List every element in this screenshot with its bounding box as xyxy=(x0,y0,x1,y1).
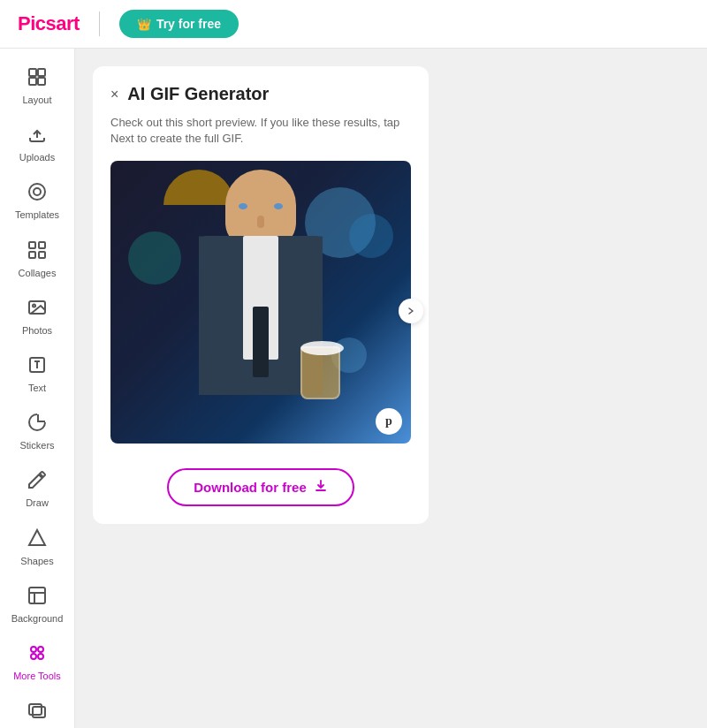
sidebar-item-layout[interactable]: Layout xyxy=(4,57,71,115)
figure-tie xyxy=(253,307,269,377)
layout-icon xyxy=(27,66,48,91)
preview-wrapper: p xyxy=(110,161,411,461)
preview-container: p xyxy=(110,161,411,444)
batch-icon xyxy=(27,700,48,724)
sidebar-item-batch[interactable]: Batch xyxy=(4,691,71,728)
svg-rect-6 xyxy=(29,242,35,248)
download-icon xyxy=(314,479,328,496)
ai-gif-panel: × AI GIF Generator Check out this short … xyxy=(93,66,429,524)
sidebar: Layout Uploads Templates xyxy=(0,49,75,728)
sidebar-item-collages[interactable]: Collages xyxy=(4,231,71,288)
svg-point-18 xyxy=(38,654,43,659)
sidebar-item-more-tools-label: More Tools xyxy=(13,671,61,682)
suit-left xyxy=(199,236,243,324)
crown-icon: 👑 xyxy=(137,18,151,31)
svg-rect-7 xyxy=(39,242,45,248)
eye-right xyxy=(274,203,283,209)
download-label: Download for free xyxy=(194,480,307,495)
sidebar-item-stickers[interactable]: Stickers xyxy=(4,403,71,460)
svg-marker-13 xyxy=(29,530,45,545)
shapes-icon xyxy=(27,527,48,552)
sidebar-item-collages-label: Collages xyxy=(19,268,57,279)
svg-rect-8 xyxy=(29,252,35,258)
header-divider xyxy=(99,11,100,36)
logo: Picsart xyxy=(18,12,80,35)
svg-rect-9 xyxy=(39,252,45,258)
figure-beer-glass xyxy=(300,346,340,399)
download-button[interactable]: Download for free xyxy=(167,468,354,506)
picsart-watermark: p xyxy=(376,408,402,435)
header: Picsart 👑 Try for free xyxy=(0,0,707,49)
svg-point-5 xyxy=(34,188,41,195)
eye-left xyxy=(239,203,247,209)
svg-rect-0 xyxy=(29,69,36,76)
svg-rect-19 xyxy=(29,704,42,715)
sidebar-item-background[interactable]: Background xyxy=(4,576,71,633)
sidebar-item-text[interactable]: Text xyxy=(4,345,71,403)
panel-title: AI GIF Generator xyxy=(127,84,269,104)
content-area: × AI GIF Generator Check out this short … xyxy=(75,49,707,728)
templates-icon xyxy=(27,181,48,206)
sidebar-item-photos[interactable]: Photos xyxy=(4,288,71,345)
sidebar-item-photos-label: Photos xyxy=(22,325,52,337)
svg-point-17 xyxy=(31,654,36,659)
try-button-label: Try for free xyxy=(156,17,221,31)
svg-rect-2 xyxy=(29,78,36,85)
collages-icon xyxy=(27,239,48,264)
picsart-badge-letter: p xyxy=(385,414,392,428)
svg-rect-3 xyxy=(38,78,45,85)
next-chevron-button[interactable] xyxy=(399,299,423,323)
svg-point-4 xyxy=(29,184,45,200)
suit-right xyxy=(278,236,323,324)
more-tools-icon xyxy=(27,642,48,667)
background-icon xyxy=(27,585,48,610)
svg-rect-20 xyxy=(33,707,45,717)
svg-point-15 xyxy=(31,647,36,652)
sidebar-item-uploads[interactable]: Uploads xyxy=(4,115,71,172)
sidebar-item-draw-label: Draw xyxy=(26,497,49,509)
try-for-free-button[interactable]: 👑 Try for free xyxy=(119,10,239,38)
nose xyxy=(257,216,264,228)
svg-rect-14 xyxy=(29,588,45,603)
sidebar-item-draw[interactable]: Draw xyxy=(4,460,71,518)
sidebar-item-uploads-label: Uploads xyxy=(19,152,55,163)
beer-foam xyxy=(300,341,344,355)
close-button[interactable]: × xyxy=(110,87,118,102)
figure xyxy=(163,170,358,444)
logo-text: Picsart xyxy=(18,12,80,35)
sidebar-item-background-label: Background xyxy=(11,613,64,625)
sidebar-item-templates[interactable]: Templates xyxy=(4,172,71,230)
panel-header: × AI GIF Generator xyxy=(110,84,411,104)
stickers-icon xyxy=(27,412,48,436)
main-layout: Layout Uploads Templates xyxy=(0,49,707,728)
sidebar-item-shapes-label: Shapes xyxy=(20,556,53,567)
sidebar-item-templates-label: Templates xyxy=(15,209,59,221)
panel-description: Check out this short preview. If you lik… xyxy=(110,115,411,147)
sidebar-item-stickers-label: Stickers xyxy=(19,440,54,451)
text-icon xyxy=(27,354,48,379)
upload-icon xyxy=(27,124,48,148)
draw-icon xyxy=(27,469,48,494)
svg-rect-1 xyxy=(38,69,45,76)
sidebar-item-layout-label: Layout xyxy=(22,95,51,106)
download-section: Download for free xyxy=(110,468,411,506)
sidebar-item-shapes[interactable]: Shapes xyxy=(4,519,71,576)
figure-hair xyxy=(163,170,234,205)
svg-point-11 xyxy=(33,304,35,307)
sidebar-item-text-label: Text xyxy=(28,383,46,394)
sidebar-item-more-tools[interactable]: More Tools xyxy=(4,633,71,691)
svg-point-16 xyxy=(38,647,43,652)
photos-icon xyxy=(27,297,48,322)
